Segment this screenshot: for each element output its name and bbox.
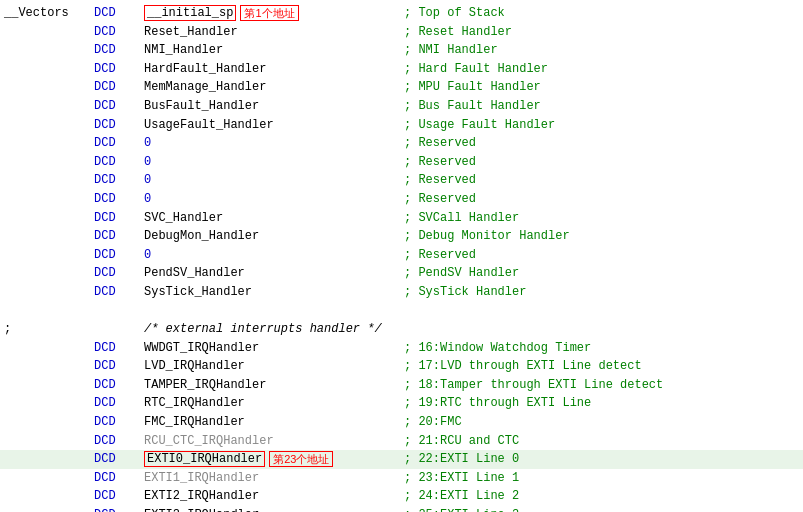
code-comment: ; Reserved — [404, 190, 476, 209]
code-comment: ; Usage Fault Handler — [404, 116, 555, 135]
code-mnemonic: DCD — [94, 171, 144, 190]
code-mnemonic: DCD — [94, 487, 144, 506]
code-mnemonic: DCD — [94, 506, 144, 512]
code-operand: FMC_IRQHandler — [144, 413, 404, 432]
code-comment: ; 19:RTC through EXTI Line — [404, 394, 591, 413]
code-line: DCDWWDGT_IRQHandler; 16:Window Watchdog … — [0, 339, 803, 358]
code-operand: EXTI3_IRQHandler — [144, 506, 404, 512]
code-mnemonic: DCD — [94, 134, 144, 153]
code-operand: UsageFault_Handler — [144, 116, 404, 135]
code-mnemonic: DCD — [94, 23, 144, 42]
code-comment: ; MPU Fault Handler — [404, 78, 541, 97]
code-line: DCDEXTI1_IRQHandler; 23:EXTI Line 1 — [0, 469, 803, 488]
code-comment: ; Hard Fault Handler — [404, 60, 548, 79]
code-operand: Reset_Handler — [144, 23, 404, 42]
code-operand: 0 — [144, 134, 404, 153]
code-line: DCDSVC_Handler; SVCall Handler — [0, 209, 803, 228]
code-comment: ; Reserved — [404, 171, 476, 190]
code-mnemonic: DCD — [94, 246, 144, 265]
code-operand: __initial_sp第1个地址 — [144, 4, 404, 23]
code-line: DCDLVD_IRQHandler; 17:LVD through EXTI L… — [0, 357, 803, 376]
code-line: DCDEXTI0_IRQHandler第23个地址; 22:EXTI Line … — [0, 450, 803, 469]
code-comment: ; 23:EXTI Line 1 — [404, 469, 519, 488]
code-mnemonic: DCD — [94, 41, 144, 60]
code-mnemonic: DCD — [94, 190, 144, 209]
code-operand: RCU_CTC_IRQHandler — [144, 432, 404, 451]
code-comment: ; PendSV Handler — [404, 264, 519, 283]
code-mnemonic: DCD — [94, 376, 144, 395]
code-line: DCDRCU_CTC_IRQHandler; 21:RCU and CTC — [0, 432, 803, 451]
code-line: DCDBusFault_Handler; Bus Fault Handler — [0, 97, 803, 116]
code-operand: EXTI0_IRQHandler第23个地址 — [144, 450, 404, 469]
code-comment: ; Reserved — [404, 153, 476, 172]
code-operand: NMI_Handler — [144, 41, 404, 60]
code-comment: ; 16:Window Watchdog Timer — [404, 339, 591, 358]
code-operand: HardFault_Handler — [144, 60, 404, 79]
code-comment: ; Bus Fault Handler — [404, 97, 541, 116]
code-view: __VectorsDCD__initial_sp第1个地址; Top of St… — [0, 0, 803, 512]
code-line: DCD0; Reserved — [0, 171, 803, 190]
code-comment: ; 18:Tamper through EXTI Line detect — [404, 376, 663, 395]
code-comment: ; SysTick Handler — [404, 283, 526, 302]
code-comment: ; SVCall Handler — [404, 209, 519, 228]
code-line: DCDUsageFault_Handler; Usage Fault Handl… — [0, 116, 803, 135]
code-mnemonic: DCD — [94, 60, 144, 79]
code-mnemonic: DCD — [94, 116, 144, 135]
code-line: DCD0; Reserved — [0, 190, 803, 209]
code-comment: ; Reserved — [404, 134, 476, 153]
code-mnemonic: DCD — [94, 264, 144, 283]
code-line: DCD0; Reserved — [0, 246, 803, 265]
code-operand: 0 — [144, 190, 404, 209]
code-line: DCDRTC_IRQHandler; 19:RTC through EXTI L… — [0, 394, 803, 413]
code-mnemonic: DCD — [94, 78, 144, 97]
code-line: DCD0; Reserved — [0, 134, 803, 153]
code-mnemonic: DCD — [94, 469, 144, 488]
code-operand: EXTI1_IRQHandler — [144, 469, 404, 488]
code-line: DCDEXTI3_IRQHandler; 25:EXTI Line 3 — [0, 506, 803, 512]
code-comment: ; 20:FMC — [404, 413, 462, 432]
code-operand: DebugMon_Handler — [144, 227, 404, 246]
code-mnemonic: DCD — [94, 432, 144, 451]
code-operand: EXTI2_IRQHandler — [144, 487, 404, 506]
code-mnemonic: DCD — [94, 339, 144, 358]
code-mnemonic: DCD — [94, 209, 144, 228]
code-line: DCD0; Reserved — [0, 153, 803, 172]
code-comment: ; Reserved — [404, 246, 476, 265]
code-operand: SysTick_Handler — [144, 283, 404, 302]
code-line: ;/* external interrupts handler */ — [0, 320, 803, 339]
code-operand: /* external interrupts handler */ — [144, 320, 404, 339]
code-operand: SVC_Handler — [144, 209, 404, 228]
code-operand: MemManage_Handler — [144, 78, 404, 97]
code-label: __Vectors — [4, 4, 94, 23]
code-line: DCDNMI_Handler; NMI Handler — [0, 41, 803, 60]
code-operand: 0 — [144, 246, 404, 265]
code-operand: PendSV_Handler — [144, 264, 404, 283]
code-mnemonic: DCD — [94, 413, 144, 432]
code-comment: ; Reset Handler — [404, 23, 512, 42]
code-comment: ; NMI Handler — [404, 41, 498, 60]
code-line: DCDMemManage_Handler; MPU Fault Handler — [0, 78, 803, 97]
code-mnemonic: DCD — [94, 283, 144, 302]
code-mnemonic: DCD — [94, 450, 144, 469]
annotation: 第23个地址 — [269, 451, 333, 467]
code-comment: ; Top of Stack — [404, 4, 505, 23]
code-line: DCDEXTI2_IRQHandler; 24:EXTI Line 2 — [0, 487, 803, 506]
code-mnemonic: DCD — [94, 394, 144, 413]
code-operand: RTC_IRQHandler — [144, 394, 404, 413]
code-line: DCDTAMPER_IRQHandler; 18:Tamper through … — [0, 376, 803, 395]
code-line — [0, 302, 803, 321]
code-comment: ; 24:EXTI Line 2 — [404, 487, 519, 506]
code-line: DCDSysTick_Handler; SysTick Handler — [0, 283, 803, 302]
code-line: DCDReset_Handler; Reset Handler — [0, 23, 803, 42]
code-line: __VectorsDCD__initial_sp第1个地址; Top of St… — [0, 4, 803, 23]
code-operand: 0 — [144, 171, 404, 190]
code-operand: 0 — [144, 153, 404, 172]
code-line: DCDHardFault_Handler; Hard Fault Handler — [0, 60, 803, 79]
annotation: 第1个地址 — [240, 5, 298, 21]
code-line: DCDPendSV_Handler; PendSV Handler — [0, 264, 803, 283]
code-mnemonic: DCD — [94, 357, 144, 376]
code-line: DCDFMC_IRQHandler; 20:FMC — [0, 413, 803, 432]
code-label: ; — [4, 320, 94, 339]
code-line: DCDDebugMon_Handler; Debug Monitor Handl… — [0, 227, 803, 246]
code-operand: TAMPER_IRQHandler — [144, 376, 404, 395]
